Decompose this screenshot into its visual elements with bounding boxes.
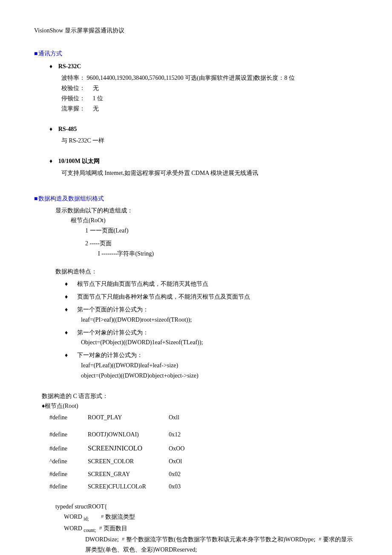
table-row: #define ROOT_PLAY Oxll [49, 411, 189, 424]
feature-item: ♦ 第一个页面的计算公式为： [65, 305, 358, 315]
stop-row: 停顿位： 1 位 [61, 93, 358, 104]
table-row: ^define SCREEN_COLOR OxOl [49, 455, 189, 468]
document-title: VisionShow 显示屏掌握器通讯协议 [34, 26, 358, 36]
baud-line: 波特率： 9600,14400,19200,38400,57600,115200… [61, 73, 358, 83]
table-row: #define SCREE)CFULLCOLoR 0x03 [49, 480, 189, 493]
define-table: #define ROOT_PLAY Oxll #define ROOTJ)OWN… [49, 411, 189, 493]
leaf2-line: 2 -----页面 [85, 238, 358, 249]
rs232-heading: RS-232C [58, 63, 81, 70]
table-row: #define ROOTJ)OWNLOAI) 0x12 [49, 428, 189, 441]
leaf2-sub-line: I --------字符串(String) [98, 249, 358, 259]
intro-line: 显示数据由以下的构造组成： [55, 206, 358, 216]
feature-item: ♦ 页面节点下只能由各种对象节点构成，不能消灭根节点及页面节点 [65, 292, 358, 302]
diamond-bullet-icon: ♦ [65, 280, 68, 287]
root-label: 根节点(RoOt) [71, 215, 358, 226]
formula-line: leaf=(PI>eaf)((DWORD)root+sizeof(TRoot))… [81, 315, 358, 325]
check-row: 校验位： 无 [61, 83, 358, 93]
rs485-heading: RS-485 [58, 126, 77, 132]
diamond-bullet-icon: ♦ [65, 352, 68, 358]
struct-field: WORD id; 〃数据流类型 [64, 512, 358, 523]
ethernet-heading: 10/100M 以太网 [58, 158, 100, 164]
diamond-bullet-icon: ♦ [65, 329, 68, 336]
diamond-bullet-icon: ♦ [65, 306, 68, 313]
flow-row: 流掌握： 无 [61, 104, 358, 114]
ethernet-desc: 可支持局域网或 Intemet,如需远程掌握可承受外置 CDMA 模块进展无线通… [61, 168, 358, 178]
diamond-bullet-icon: ♦ [49, 125, 52, 132]
rs485-desc: 与 RS-232C 一样 [61, 136, 358, 146]
feature-item: ♦ 第一个对象的计算公式为： [65, 328, 358, 338]
formula-line: object=(Pobject)((DWORD)object+object->s… [81, 371, 358, 381]
table-row: #define SCREENJNICOLO OxOO [49, 441, 189, 455]
square-bullet-icon: ■ [34, 195, 37, 202]
feature-item: ♦ 下一对象的计算公式为： [65, 350, 358, 360]
table-row: #define SCREEN_GRAY 0x02 [49, 468, 189, 481]
list-item: ♦ 10/100M 以太网 [49, 156, 358, 166]
section-heading-communication: ■通讯方式 [34, 49, 358, 59]
diamond-bullet-icon: ♦ [49, 63, 52, 70]
leaf1-line: 1 一一页面(Leaf) [85, 226, 358, 236]
typedef-line: typedef structROOT{ [55, 502, 358, 512]
struct-field: WORD count; 〃页面数目 [64, 523, 358, 535]
features-label: 数据构造特点： [55, 267, 358, 277]
diamond-bullet-icon: ♦ [49, 157, 52, 164]
formula-line: Object=(PObject)((DWORD)1eaf+Sizeof(TLea… [81, 337, 358, 348]
feature-item: ♦ 根节点下只能由页面节点构成，不能消灭其他节点 [65, 279, 358, 289]
struct-tail: DWORDsize; 〃整个数据流字节数(包含数据字节数和该元素本身字节数之和)… [85, 535, 358, 555]
diamond-bullet-icon: ♦ [65, 293, 68, 300]
square-bullet-icon: ■ [34, 50, 37, 57]
c-lang-heading: 数据构造的 C 语言形式： [42, 391, 358, 401]
section-heading-data-structure: ■数据构造及数据组织格式 [34, 194, 358, 204]
list-item: ♦ RS-485 [49, 124, 358, 134]
list-item: ♦ RS-232C [49, 61, 358, 72]
formula-line: Ieaf=(PLeaf)((DWORD)leaf+leaf->size) [81, 360, 358, 371]
root-node-heading: ♦根节点(Root) [42, 401, 358, 411]
